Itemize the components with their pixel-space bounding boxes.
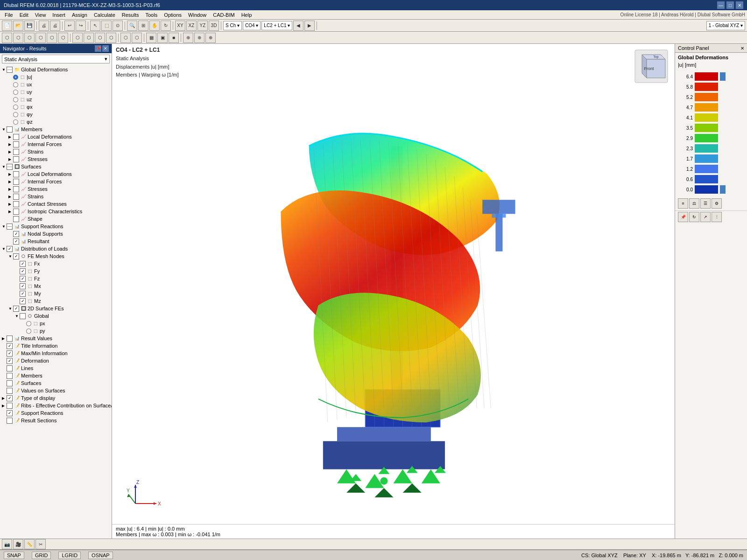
radio-ux[interactable] xyxy=(13,82,18,87)
tree-fy[interactable]: ⬚ Fy xyxy=(0,267,112,275)
tree-cb-deform[interactable] xyxy=(7,358,13,364)
tree-cb-resultant[interactable] xyxy=(13,238,19,245)
tree-fz[interactable]: ⬚ Fz xyxy=(0,275,112,282)
tree-cb-sr2[interactable] xyxy=(7,410,13,416)
tree-cb-maxmin[interactable] xyxy=(7,350,13,357)
tree-cb-dist[interactable] xyxy=(7,246,13,252)
tb2-btn7[interactable]: ⬡ xyxy=(72,33,83,43)
tb2-snap3[interactable]: ⊕ xyxy=(205,33,216,43)
tree-cb-fy[interactable] xyxy=(20,268,26,274)
cp-refresh-btn[interactable]: ↻ xyxy=(689,212,699,222)
minimize-button[interactable]: — xyxy=(717,1,725,9)
tree-member-localdef[interactable]: ▶ 📈 Local Deformations xyxy=(0,133,112,140)
tree-surf-shape[interactable]: 📈 Shape xyxy=(0,215,112,223)
tree-cb-vos[interactable] xyxy=(7,388,13,394)
radio-phiz[interactable] xyxy=(13,119,18,125)
view-xz[interactable]: XZ xyxy=(186,21,197,31)
redo-button[interactable]: ↪ xyxy=(76,21,86,31)
tree-member-stresses[interactable]: ▶ 📈 Stresses xyxy=(0,155,112,163)
tree-surf-localdef[interactable]: ▶ 📈 Local Deformations xyxy=(0,170,112,178)
tree-cb-mz[interactable] xyxy=(20,298,26,304)
tree-nodal-supports[interactable]: 📊 Nodal Supports xyxy=(0,230,112,238)
tb2-btn5[interactable]: ⬡ xyxy=(47,33,57,43)
view-3d[interactable]: 3D xyxy=(209,21,219,31)
cp-scale-btn[interactable]: ⚖ xyxy=(689,198,699,209)
tree-cb-my[interactable] xyxy=(20,291,26,297)
tree-cb-surfaces2[interactable] xyxy=(7,380,13,386)
tree-uz[interactable]: ⬚ uz xyxy=(0,96,112,103)
window-controls[interactable]: — □ ✕ xyxy=(717,1,743,9)
load-case-lc[interactable]: LC2 + LC1 ▾ xyxy=(261,21,292,30)
cp-export-btn[interactable]: ↗ xyxy=(700,212,711,222)
tree-cb-s-intforces[interactable] xyxy=(13,179,19,185)
radio-uz[interactable] xyxy=(13,97,18,102)
tree-support-react2[interactable]: 📝 Support Reactions xyxy=(0,409,112,417)
menu-insert[interactable]: Insert xyxy=(49,11,68,19)
menu-calculate[interactable]: Calculate xyxy=(91,11,118,19)
tree-checkbox-members[interactable] xyxy=(7,126,13,133)
tree-surf-stresses[interactable]: ▶ 📈 Stresses xyxy=(0,185,112,193)
tree-members[interactable]: ▼ 📊 Members xyxy=(0,126,112,133)
tree-surfaces[interactable]: ▼ 🔲 Surfaces xyxy=(0,163,112,170)
tree-surf-strains[interactable]: ▶ 📈 Strains xyxy=(0,193,112,200)
tree-checkbox[interactable] xyxy=(7,67,13,73)
menu-help[interactable]: Help xyxy=(239,11,255,19)
cp-pin-btn[interactable]: 📌 xyxy=(678,212,688,222)
menu-cadbim[interactable]: CAD-BIM xyxy=(210,11,237,19)
tree-cb-rs[interactable] xyxy=(7,418,13,424)
radio-uy[interactable] xyxy=(13,90,18,95)
tree-cb-strains[interactable] xyxy=(13,149,19,155)
print-button[interactable]: 🖨 xyxy=(39,21,49,31)
tb2-btn2[interactable]: ⬡ xyxy=(13,33,23,43)
tree-resultant[interactable]: 📊 Resultant xyxy=(0,238,112,245)
open-button[interactable]: 📂 xyxy=(13,21,23,31)
cp-settings-btn[interactable]: ⚙ xyxy=(712,198,722,209)
tree-lines[interactable]: 📝 Lines xyxy=(0,364,112,372)
radio-u-total[interactable] xyxy=(13,75,18,80)
tb2-btn11[interactable]: ⬡ xyxy=(120,33,131,43)
tree-cb-fx[interactable] xyxy=(20,261,26,267)
tb2-btn1[interactable]: ⬡ xyxy=(2,33,12,43)
undo-button[interactable]: ↩ xyxy=(64,21,75,31)
menu-assign[interactable]: Assign xyxy=(69,11,90,19)
tb2-btn8[interactable]: ⬡ xyxy=(84,33,94,43)
tree-surf-intforces[interactable]: ▶ 📈 Internal Forces xyxy=(0,178,112,185)
tree-cb-nodal[interactable] xyxy=(13,231,19,237)
view-cube[interactable]: Front Top xyxy=(633,48,670,85)
nav-pin-button[interactable]: 📌 xyxy=(95,45,101,52)
tb2-btn12[interactable]: ⬡ xyxy=(132,33,142,43)
tb2-btn10[interactable]: ⬡ xyxy=(106,33,116,43)
snap-toggle[interactable]: SNAP xyxy=(4,552,24,559)
tree-cb-title[interactable] xyxy=(7,343,13,349)
new-button[interactable]: 📄 xyxy=(2,21,12,31)
pan-button[interactable]: ✋ xyxy=(149,21,160,31)
tree-cb-localdef[interactable] xyxy=(13,134,19,140)
tb2-snap1[interactable]: ⊕ xyxy=(183,33,193,43)
tb2-btn9[interactable]: ⬡ xyxy=(95,33,105,43)
menu-tools[interactable]: Tools xyxy=(142,11,160,19)
tree-cb-global[interactable] xyxy=(20,313,26,319)
tree-fx[interactable]: ⬚ Fx xyxy=(0,260,112,267)
bt-measure-btn[interactable]: 📏 xyxy=(24,539,35,549)
tree-cb-fz[interactable] xyxy=(20,276,26,282)
tree-dist-loads[interactable]: ▼ 📊 Distribution of Loads xyxy=(0,245,112,252)
load-case-co[interactable]: CO4 ▾ xyxy=(243,21,261,30)
tree-ux[interactable]: ⬚ ux xyxy=(0,81,112,88)
bt-video-btn[interactable]: 🎥 xyxy=(13,539,23,549)
tb2-btn6[interactable]: ⬡ xyxy=(58,33,68,43)
next-lc[interactable]: ▶ xyxy=(304,21,315,31)
print2-button[interactable]: 🖨 xyxy=(50,21,60,31)
close-button[interactable]: ✕ xyxy=(736,1,743,9)
radio-px[interactable] xyxy=(26,321,31,326)
nav-controls[interactable]: 📌 ✕ xyxy=(95,45,109,52)
view-yz[interactable]: YZ xyxy=(197,21,208,31)
tree-cb-fe[interactable] xyxy=(13,253,19,259)
tree-2d-surface-fes[interactable]: ▼ 🔲 2D Surface FEs xyxy=(0,305,112,312)
prev-lc[interactable]: ◀ xyxy=(293,21,303,31)
tree-cb-surfaces[interactable] xyxy=(7,164,13,170)
load-case-type[interactable]: S Ch ▾ xyxy=(223,21,242,30)
bt-camera-btn[interactable]: 📷 xyxy=(2,539,12,549)
tree-cb-s-localdef[interactable] xyxy=(13,171,19,177)
tree-cb-s-shape[interactable] xyxy=(13,216,19,222)
tree-cb-s-isotropic[interactable] xyxy=(13,209,19,215)
